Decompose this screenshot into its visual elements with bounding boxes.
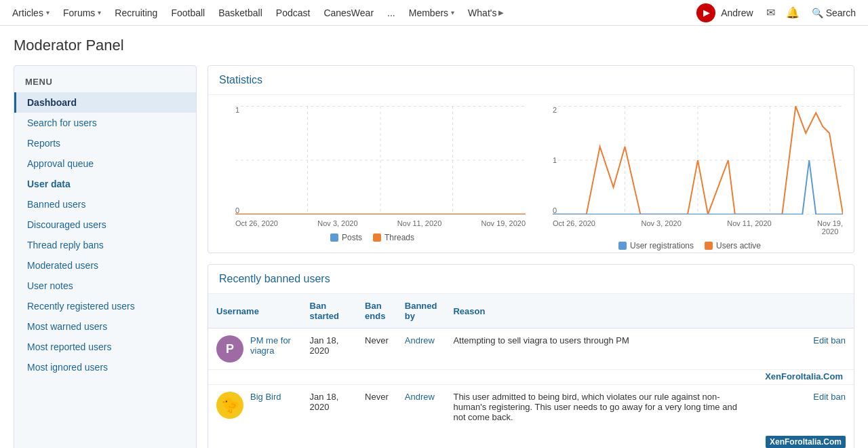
- sidebar-item-recently-registered[interactable]: Recently registered users: [14, 296, 196, 316]
- edit-ban-2: Edit ban XenForoItalia.Com: [757, 385, 854, 449]
- search-icon: 🔍: [812, 7, 823, 18]
- banned-panel: Recently banned users Username Banstarte…: [208, 264, 854, 448]
- ban-started-1: Jan 18, 2020: [302, 329, 357, 370]
- username-bird[interactable]: Big Bird: [250, 392, 281, 402]
- nav-articles[interactable]: Articles: [5, 0, 56, 26]
- chart-posts-threads: 1 0: [219, 106, 526, 242]
- sidebar-item-most-warned[interactable]: Most warned users: [14, 316, 196, 337]
- sidebar-item-reports[interactable]: Reports: [14, 133, 196, 153]
- legend-posts-dot: [330, 234, 338, 242]
- watermark-row: XenForoItalia.Com: [208, 370, 854, 385]
- chart1-legend: Posts Threads: [219, 233, 526, 242]
- user-cell-2: 🐤 Big Bird: [208, 385, 302, 449]
- banned-by-2: Andrew: [397, 385, 446, 449]
- sidebar-item-moderated-users[interactable]: Moderated users: [14, 255, 196, 276]
- sidebar-menu-label: Menu: [14, 74, 196, 92]
- sidebar-item-search-users[interactable]: Search for users: [14, 113, 196, 133]
- table-header-row: Username Banstarted Banends Bannedby Rea…: [208, 294, 854, 329]
- sidebar-item-banned-users[interactable]: Banned users: [14, 194, 196, 214]
- col-username: Username: [208, 294, 302, 329]
- avatar-bird: 🐤: [216, 392, 243, 419]
- col-actions: [757, 294, 854, 329]
- user-logo-icon: ▶: [696, 3, 715, 22]
- watermark-cell: XenForoItalia.Com: [208, 370, 854, 385]
- legend-threads: Threads: [373, 233, 414, 242]
- legend-registrations-dot: [618, 242, 627, 250]
- table-row: 🐤 Big Bird Jan 18, 2020 Never Andrew: [208, 385, 854, 449]
- legend-posts: Posts: [330, 233, 362, 242]
- banned-by-1: Andrew: [397, 329, 446, 370]
- nav-members[interactable]: Members: [402, 0, 461, 26]
- sidebar-item-user-notes[interactable]: User notes: [14, 276, 196, 296]
- chart-registrations: 2 1 0: [536, 106, 843, 242]
- content-layout: Menu Dashboard Search for users Reports …: [14, 65, 854, 448]
- avatar-pm: P: [216, 335, 243, 362]
- sidebar: Menu Dashboard Search for users Reports …: [14, 65, 197, 448]
- edit-ban-button-2[interactable]: Edit ban: [813, 392, 846, 402]
- col-banned-by: Bannedby: [397, 294, 446, 329]
- sidebar-item-discouraged-users[interactable]: Discouraged users: [14, 214, 196, 235]
- nav-football[interactable]: Football: [164, 0, 212, 26]
- sidebar-item-most-ignored[interactable]: Most ignored users: [14, 357, 196, 377]
- edit-ban-1: Edit ban: [757, 329, 854, 370]
- reason-1: Attempting to sell viagra to users throu…: [445, 329, 757, 370]
- nav-forums[interactable]: Forums: [56, 0, 108, 26]
- watermark-text: XenForoItalia.Com: [214, 370, 848, 383]
- nav-caneswear[interactable]: CanesWear: [317, 0, 380, 26]
- chart2-svg: [553, 106, 843, 214]
- chart1-x-labels: Oct 26, 2020 Nov 3, 2020 Nov 11, 2020 No…: [235, 219, 526, 227]
- legend-threads-dot: [373, 234, 381, 242]
- col-ban-started: Banstarted: [302, 294, 357, 329]
- chart2-inner: 2 1 0: [553, 106, 843, 236]
- navbar: Articles Forums Recruiting Football Bask…: [0, 0, 868, 26]
- legend-users-active: Users active: [705, 241, 761, 250]
- chart1-inner: 1 0: [235, 106, 526, 227]
- stats-header: Statistics: [208, 66, 854, 95]
- nav-user[interactable]: ▶ Andrew: [691, 0, 758, 26]
- charts-container: 1 0: [208, 95, 854, 253]
- chart2-legend: User registrations Users active: [536, 241, 843, 250]
- edit-ban-button-1[interactable]: Edit ban: [813, 335, 846, 346]
- nav-basketball[interactable]: Basketball: [212, 0, 269, 26]
- banned-header: Recently banned users: [208, 265, 854, 294]
- chart1-svg: [235, 106, 526, 214]
- main-content: Statistics 1 0: [208, 65, 854, 448]
- user-cell-1: P PM me for viagra: [208, 329, 302, 370]
- watermark-bottom: XenForoItalia.Com: [766, 436, 846, 448]
- table-row: P PM me for viagra Jan 18, 2020 Never An…: [208, 329, 854, 370]
- username-pm[interactable]: PM me for viagra: [250, 335, 294, 356]
- legend-registrations: User registrations: [618, 241, 694, 250]
- nav-more[interactable]: ...: [380, 0, 402, 26]
- banned-by-link-1[interactable]: Andrew: [405, 335, 435, 346]
- sidebar-item-user-data[interactable]: User data: [14, 174, 196, 194]
- banned-table: Username Banstarted Banends Bannedby Rea…: [208, 294, 854, 448]
- ban-ends-1: Never: [357, 329, 397, 370]
- nav-whats[interactable]: What's ▶: [461, 0, 511, 26]
- sidebar-item-most-reported[interactable]: Most reported users: [14, 337, 196, 357]
- ban-started-2: Jan 18, 2020: [302, 385, 357, 449]
- banned-by-link-2[interactable]: Andrew: [405, 392, 435, 402]
- sidebar-item-approval-queue[interactable]: Approval queue: [14, 153, 196, 174]
- legend-active-dot: [705, 242, 713, 250]
- messages-icon[interactable]: ✉: [762, 3, 781, 22]
- nav-recruiting[interactable]: Recruiting: [108, 0, 164, 26]
- nav-podcast[interactable]: Podcast: [269, 0, 317, 26]
- page-title: Moderator Panel: [14, 37, 854, 54]
- alerts-icon[interactable]: 🔔: [783, 3, 802, 22]
- col-ban-ends: Banends: [357, 294, 397, 329]
- col-reason: Reason: [445, 294, 757, 329]
- page-container: Moderator Panel Menu Dashboard Search fo…: [0, 26, 868, 448]
- sidebar-item-dashboard[interactable]: Dashboard: [14, 92, 196, 113]
- reason-2: This user admitted to being bird, which …: [445, 385, 757, 449]
- stats-panel: Statistics 1 0: [208, 65, 854, 253]
- search-button[interactable]: 🔍 Search: [805, 7, 863, 18]
- ban-ends-2: Never: [357, 385, 397, 449]
- chart2-x-labels: Oct 26, 2020 Nov 3, 2020 Nov 11, 2020 No…: [553, 219, 843, 236]
- sidebar-item-thread-reply-bans[interactable]: Thread reply bans: [14, 235, 196, 255]
